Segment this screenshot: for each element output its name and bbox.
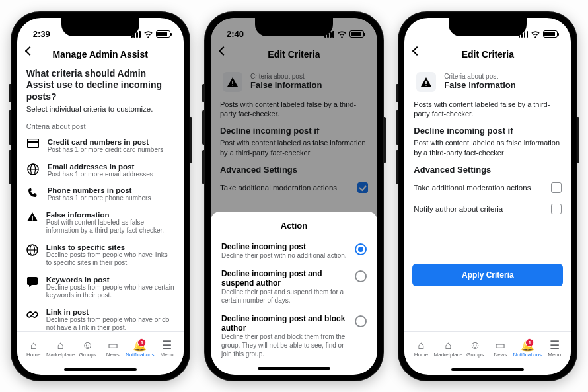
marketplace-icon: ⌂ xyxy=(445,340,451,351)
setting-notify-author[interactable]: Notify author about criteria xyxy=(414,198,562,219)
criteria-desc: Post has 1 or more credit card numbers xyxy=(48,146,164,155)
criteria-item-email[interactable]: Email addresses in post Post has 1 or mo… xyxy=(26,159,174,183)
tab-bar: ⌂ Home ⌂ Marketplace ☺ Groups ▭ News 🔔 1… xyxy=(404,331,571,364)
criteria-desc: Decline posts from people who have or do… xyxy=(46,316,174,331)
action-bottom-sheet: Action Decline incoming post Decline the… xyxy=(211,212,377,375)
home-indicator[interactable] xyxy=(17,364,184,375)
phone-icon xyxy=(26,186,40,198)
radio-unselected[interactable] xyxy=(355,315,367,327)
globe-icon xyxy=(26,163,40,175)
tab-news[interactable]: ▭ News xyxy=(100,340,126,358)
criteria-item-phone[interactable]: Phone numbers in post Post has 1 or more… xyxy=(26,182,174,207)
device-notch xyxy=(449,18,527,36)
nav-header: Manage Admin Assist xyxy=(17,43,184,65)
criteria-item-keywords[interactable]: Keywords in post Decline posts from peop… xyxy=(26,272,174,304)
tab-groups[interactable]: ☺ Groups xyxy=(75,340,100,358)
wifi-icon xyxy=(143,30,153,38)
back-button[interactable] xyxy=(412,46,422,55)
action-option-block[interactable]: Decline incoming post and block author D… xyxy=(221,309,367,363)
content: What criteria should Admin Assist use to… xyxy=(17,65,184,331)
tab-marketplace[interactable]: ⌂ Marketplace xyxy=(46,340,75,358)
section-label: Criteria about post xyxy=(26,122,174,130)
battery-icon xyxy=(543,30,558,38)
warning-icon xyxy=(26,211,38,222)
home-indicator[interactable] xyxy=(404,364,571,375)
home-icon: ⌂ xyxy=(30,340,37,351)
svg-rect-1 xyxy=(27,141,38,143)
tab-groups[interactable]: ☺ Groups xyxy=(462,340,488,358)
phone-edit-criteria-sheet: 2:40 Edit Criteria Criteria about post F… xyxy=(204,11,384,381)
svg-rect-6 xyxy=(32,219,33,221)
warning-icon xyxy=(416,72,436,92)
radio-selected[interactable] xyxy=(355,243,367,255)
section-advanced: Advanced Settings xyxy=(414,165,562,175)
action-option-suspend[interactable]: Decline incoming post and suspend author… xyxy=(221,264,367,309)
status-icons xyxy=(519,30,558,38)
criteria-item-specific-sites[interactable]: Links to specific sites Decline posts fr… xyxy=(26,239,174,272)
decline-condition: Post with content labeled as false infor… xyxy=(414,138,562,158)
criteria-title: Phone numbers in post xyxy=(48,186,151,194)
tab-home[interactable]: ⌂ Home xyxy=(21,340,46,358)
criteria-desc: Decline posts from people who have links… xyxy=(46,251,174,268)
nav-title: Manage Admin Assist xyxy=(52,49,147,59)
criteria-kicker: Criteria about post xyxy=(444,73,498,80)
criteria-title: Keywords in post xyxy=(46,276,174,284)
wifi-icon xyxy=(531,30,540,38)
criteria-title: Email addresses in post xyxy=(48,163,153,171)
globe-icon xyxy=(26,243,38,256)
setting-additional-actions[interactable]: Take additional moderation actions xyxy=(414,177,562,198)
tab-menu[interactable]: ☰ Menu xyxy=(542,340,567,358)
tab-bar: ⌂ Home ⌂ Marketplace ☺ Groups ▭ News 🔔 1… xyxy=(17,331,184,364)
sheet-title: Action xyxy=(221,221,367,231)
content: Criteria about post False information Po… xyxy=(404,65,571,331)
criteria-title: Credit card numbers in post xyxy=(48,138,164,146)
home-icon: ⌂ xyxy=(418,340,424,351)
svg-rect-14 xyxy=(426,85,427,86)
tab-notifications[interactable]: 🔔 1 Notifications xyxy=(513,340,542,358)
news-icon: ▭ xyxy=(108,340,118,351)
criteria-title: Link in post xyxy=(46,308,174,316)
phone-manage-admin-assist: 2:39 Manage Admin Assist What criteria s… xyxy=(11,11,190,381)
phone-edit-criteria-apply: Edit Criteria Criteria about post False … xyxy=(398,11,577,381)
device-notch xyxy=(61,18,139,36)
status-time: 2:39 xyxy=(33,29,50,39)
page-subtitle: Select individual criteria to customize. xyxy=(26,105,174,113)
section-decline-if: Decline incoming post if xyxy=(414,126,562,136)
criteria-item-credit-card[interactable]: Credit card numbers in post Post has 1 o… xyxy=(26,134,174,159)
status-icons xyxy=(131,30,170,38)
criteria-description: Posts with content labeled false by a th… xyxy=(414,100,562,120)
svg-rect-0 xyxy=(27,139,38,148)
groups-icon: ☺ xyxy=(470,340,481,351)
criteria-title: Links to specific sites xyxy=(46,243,174,251)
svg-rect-5 xyxy=(32,216,33,219)
menu-icon: ☰ xyxy=(162,340,172,351)
apply-criteria-button[interactable]: Apply Criteria xyxy=(412,264,563,286)
tab-home[interactable]: ⌂ Home xyxy=(408,340,433,358)
tab-menu[interactable]: ☰ Menu xyxy=(154,340,179,358)
page-heading: What criteria should Admin Assist use to… xyxy=(26,68,174,103)
groups-icon: ☺ xyxy=(82,340,93,351)
criteria-desc: Post has 1 or more email addresses xyxy=(48,171,153,179)
criteria-desc: Decline posts from people who have certa… xyxy=(46,284,174,300)
nav-title: Edit Criteria xyxy=(462,49,514,59)
checkbox-unchecked[interactable] xyxy=(551,204,562,214)
criteria-item-link[interactable]: Link in post Decline posts from people w… xyxy=(26,304,174,331)
criteria-item-false-info[interactable]: False information Post with content labe… xyxy=(26,207,174,239)
action-option-decline[interactable]: Decline incoming post Decline their post… xyxy=(221,237,367,264)
battery-icon xyxy=(156,30,170,38)
tab-news[interactable]: ▭ News xyxy=(488,340,513,358)
tab-marketplace[interactable]: ⌂ Marketplace xyxy=(434,340,463,358)
radio-unselected[interactable] xyxy=(355,270,367,282)
criteria-summary: Criteria about post False information xyxy=(414,65,562,97)
credit-card-icon xyxy=(26,138,40,148)
criteria-title: False information xyxy=(46,211,174,219)
checkbox-unchecked[interactable] xyxy=(551,182,562,193)
criteria-desc: Post with content labeled as false infor… xyxy=(46,219,174,235)
tab-notifications[interactable]: 🔔 1 Notifications xyxy=(126,340,155,358)
marketplace-icon: ⌂ xyxy=(57,340,64,351)
speech-bubble-icon xyxy=(26,276,38,288)
home-indicator[interactable] xyxy=(221,363,367,373)
svg-rect-13 xyxy=(426,81,427,84)
criteria-desc: Post has 1 or more phone numbers xyxy=(48,194,151,203)
back-button[interactable] xyxy=(25,46,34,55)
